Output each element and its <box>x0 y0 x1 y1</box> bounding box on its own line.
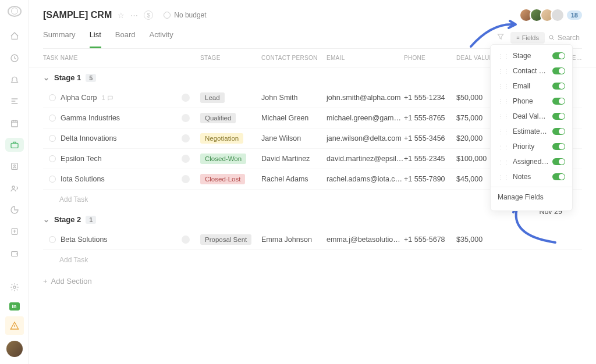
fields-button[interactable]: ≡Fields <box>510 32 545 44</box>
home-icon[interactable] <box>5 30 24 43</box>
field-toggle-item[interactable]: ⋮⋮Priority <box>491 139 572 154</box>
drag-handle-icon[interactable]: ⋮⋮ <box>498 68 509 74</box>
stage-pill[interactable]: Proposal Sent <box>200 234 251 245</box>
toggle-switch[interactable] <box>552 113 565 120</box>
finance-icon[interactable] <box>5 225 24 238</box>
assignee-circle[interactable] <box>182 175 190 183</box>
more-icon[interactable]: ⋯ <box>130 11 138 20</box>
field-label: Deal Value (USD) <box>513 112 549 120</box>
field-toggle-item[interactable]: ⋮⋮Deal Value (USD) <box>491 109 572 124</box>
drag-handle-icon[interactable]: ⋮⋮ <box>498 174 509 180</box>
task-status-circle[interactable] <box>49 155 56 162</box>
briefcase-icon[interactable] <box>5 138 24 151</box>
wallet-icon[interactable] <box>5 247 24 260</box>
toggle-switch[interactable] <box>552 98 565 105</box>
report-icon[interactable] <box>5 203 24 216</box>
stage-pill[interactable]: Negotiation <box>200 133 243 144</box>
task-status-circle[interactable] <box>49 236 56 243</box>
warning-icon[interactable] <box>5 316 24 335</box>
tab-board[interactable]: Board <box>115 30 136 48</box>
drag-handle-icon[interactable]: ⋮⋮ <box>498 83 509 90</box>
stage-pill[interactable]: Closed-Lost <box>200 174 245 184</box>
svg-point-4 <box>13 165 15 167</box>
field-toggle-item[interactable]: ⋮⋮Assigned Sales Rep <box>491 154 572 169</box>
email-cell: rachel.adams@iota.com <box>327 175 404 183</box>
dollar-icon[interactable]: $ <box>144 10 153 20</box>
phone-cell: +1 555-2345 <box>404 155 456 163</box>
field-toggle-item[interactable]: ⋮⋮Estimated Close D... <box>491 124 572 139</box>
toggle-switch[interactable] <box>552 67 565 74</box>
calendar-icon[interactable] <box>5 116 24 130</box>
task-status-circle[interactable] <box>49 115 56 122</box>
stage-pill[interactable]: Qualified <box>200 113 236 123</box>
assignee-circle[interactable] <box>182 235 190 244</box>
user-avatar[interactable] <box>6 341 23 357</box>
drag-handle-icon[interactable]: ⋮⋮ <box>498 144 509 150</box>
add-task-button[interactable]: Add Task <box>43 250 582 270</box>
drag-handle-icon[interactable]: ⋮⋮ <box>498 159 509 165</box>
settings-icon[interactable] <box>5 281 24 294</box>
col-contact[interactable]: Contact Person <box>261 55 327 61</box>
drag-handle-icon[interactable]: ⋮⋮ <box>498 98 509 105</box>
bell-icon[interactable] <box>5 73 24 86</box>
manage-fields-button[interactable]: Manage Fields <box>491 187 572 207</box>
col-phone[interactable]: Phone <box>404 55 456 61</box>
col-stage[interactable]: Stage <box>200 55 261 61</box>
task-row[interactable]: Beta Solutions Proposal Sent Emma Johnso… <box>43 230 582 250</box>
field-toggle-item[interactable]: ⋮⋮Email <box>491 78 572 94</box>
col-email[interactable]: Email <box>327 55 404 61</box>
stage-pill[interactable]: Lead <box>200 92 225 103</box>
sidebar: In <box>0 0 29 364</box>
assignee-circle[interactable] <box>182 155 190 163</box>
budget-indicator[interactable]: No budget <box>164 11 206 19</box>
drag-handle-icon[interactable]: ⋮⋮ <box>498 113 509 120</box>
deal-cell: $35,000 <box>456 235 519 244</box>
clock-icon[interactable] <box>5 51 24 65</box>
assignee-circle[interactable] <box>182 94 190 102</box>
toggle-switch[interactable] <box>552 173 565 180</box>
add-section-button[interactable]: +Add Section <box>29 270 596 292</box>
tasks-icon[interactable] <box>5 95 24 108</box>
drag-handle-icon[interactable]: ⋮⋮ <box>498 129 509 135</box>
drag-handle-icon[interactable]: ⋮⋮ <box>498 53 509 59</box>
avatar <box>551 8 565 22</box>
field-toggle-item[interactable]: ⋮⋮Phone <box>491 94 572 109</box>
people-icon[interactable] <box>5 181 24 195</box>
app-logo[interactable] <box>8 6 22 17</box>
toggle-switch[interactable] <box>552 52 565 59</box>
tab-summary[interactable]: Summary <box>43 30 76 48</box>
toggle-switch[interactable] <box>552 143 565 150</box>
toggle-switch[interactable] <box>552 158 565 165</box>
tab-activity[interactable]: Activity <box>150 30 173 48</box>
contact-cell: David Martinez <box>261 155 327 163</box>
field-label: Email <box>513 82 549 90</box>
field-toggle-item[interactable]: ⋮⋮Notes <box>491 169 572 184</box>
stage-pill[interactable]: Closed-Won <box>200 154 246 164</box>
assignee-circle[interactable] <box>182 134 190 142</box>
filter-icon[interactable] <box>494 30 507 45</box>
task-status-circle[interactable] <box>49 135 56 142</box>
task-name: Delta Innovations <box>61 134 117 142</box>
col-task-name[interactable]: Task Name <box>43 55 200 61</box>
section-count: 1 <box>86 216 96 224</box>
task-name: Iota Solutions <box>61 175 105 183</box>
task-status-circle[interactable] <box>49 94 56 101</box>
field-label: Priority <box>513 142 549 151</box>
contact-icon[interactable] <box>5 160 24 173</box>
search-button[interactable]: Search <box>548 34 582 42</box>
toggle-switch[interactable] <box>552 83 565 90</box>
in-badge: In <box>9 302 20 311</box>
tab-list[interactable]: List <box>90 30 101 48</box>
star-icon[interactable]: ☆ <box>118 11 125 20</box>
section-header[interactable]: ⌄Stage 21 <box>43 209 582 230</box>
fields-popup: ⋮⋮Stage⋮⋮Contact Person⋮⋮Email⋮⋮Phone⋮⋮D… <box>490 44 573 211</box>
field-label: Contact Person <box>513 67 549 75</box>
field-toggle-item[interactable]: ⋮⋮Contact Person <box>491 63 572 78</box>
member-avatars[interactable]: 18 <box>523 8 582 22</box>
task-status-circle[interactable] <box>49 176 56 183</box>
phone-cell: +1 555-8765 <box>404 114 456 122</box>
field-toggle-item[interactable]: ⋮⋮Stage <box>491 48 572 63</box>
assignee-circle[interactable] <box>182 114 190 122</box>
section-title: Stage 1 <box>54 73 81 82</box>
toggle-switch[interactable] <box>552 128 565 135</box>
